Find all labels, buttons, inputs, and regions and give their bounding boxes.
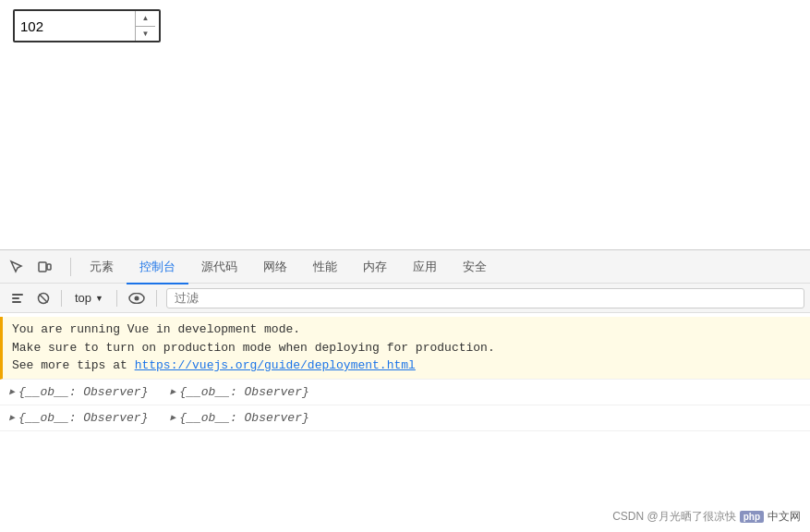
object-token-1a: {__ob__: Observer} [18, 385, 148, 399]
devtools-tabs-bar: 元素 控制台 源代码 网络 性能 内存 应用 安全 [0, 250, 810, 284]
svg-rect-3 [12, 297, 19, 299]
svg-rect-2 [12, 294, 23, 296]
eye-icon-button[interactable] [123, 286, 151, 310]
svg-line-6 [40, 294, 48, 302]
spinner-down-button[interactable]: ▼ [136, 27, 155, 42]
devtools-icon-group [4, 254, 57, 280]
spinner-up-button[interactable]: ▲ [136, 11, 155, 27]
svg-point-8 [135, 296, 139, 300]
spinner-buttons: ▲ ▼ [135, 11, 155, 41]
console-toolbar-divider-2 [116, 290, 117, 307]
number-input-wrapper[interactable]: ▲ ▼ [13, 9, 161, 42]
devtools-panel: 元素 控制台 源代码 网络 性能 内存 应用 安全 [0, 249, 810, 532]
svg-rect-1 [47, 264, 51, 270]
expand-arrow-2b[interactable]: ▶ [170, 412, 175, 423]
object-token-2a: {__ob__: Observer} [18, 411, 148, 425]
object-token-2b: {__ob__: Observer} [179, 411, 308, 425]
expand-arrow-1a[interactable]: ▶ [9, 386, 15, 397]
console-toolbar-divider [61, 290, 62, 307]
top-area: ▲ ▼ [0, 0, 810, 249]
clear-console-button[interactable] [6, 286, 30, 310]
cn-label: 中文网 [768, 509, 801, 525]
console-toolbar-divider-3 [156, 290, 157, 307]
expand-arrow-1b[interactable]: ▶ [170, 386, 175, 397]
object-token-1b: {__ob__: Observer} [179, 385, 308, 399]
tab-memory[interactable]: 内存 [350, 251, 400, 284]
tab-application[interactable]: 应用 [400, 251, 450, 284]
watermark-text: CSDN @月光晒了很凉快 [612, 509, 736, 525]
svg-rect-4 [12, 301, 21, 303]
vue-warning-message: You are running Vue in development mode.… [0, 317, 810, 380]
console-output: You are running Vue in development mode.… [0, 313, 810, 532]
filter-input[interactable] [166, 288, 804, 308]
tab-console[interactable]: 控制台 [127, 251, 188, 284]
tab-performance[interactable]: 性能 [300, 251, 350, 284]
block-network-button[interactable] [31, 286, 55, 310]
inspect-element-button[interactable] [4, 254, 30, 280]
console-toolbar: top ▼ [0, 284, 810, 313]
svg-rect-0 [39, 262, 46, 272]
tab-security[interactable]: 安全 [450, 251, 500, 284]
php-badge: php [740, 511, 764, 523]
deployment-link[interactable]: https://vuejs.org/guide/deployment.html [135, 358, 416, 372]
context-dropdown[interactable]: top ▼ [67, 287, 111, 309]
watermark: CSDN @月光晒了很凉快 php 中文网 [612, 509, 801, 525]
expand-arrow-2a[interactable]: ▶ [9, 412, 15, 423]
tab-divider-1 [70, 258, 71, 276]
object-row-2: ▶ {__ob__: Observer} ▶ {__ob__: Observer… [0, 405, 810, 431]
device-toolbar-button[interactable] [31, 254, 57, 280]
object-row-1: ▶ {__ob__: Observer} ▶ {__ob__: Observer… [0, 380, 810, 405]
tab-elements[interactable]: 元素 [77, 251, 127, 284]
number-input[interactable] [15, 11, 135, 41]
tab-sources[interactable]: 源代码 [188, 251, 250, 284]
tab-network[interactable]: 网络 [250, 251, 300, 284]
